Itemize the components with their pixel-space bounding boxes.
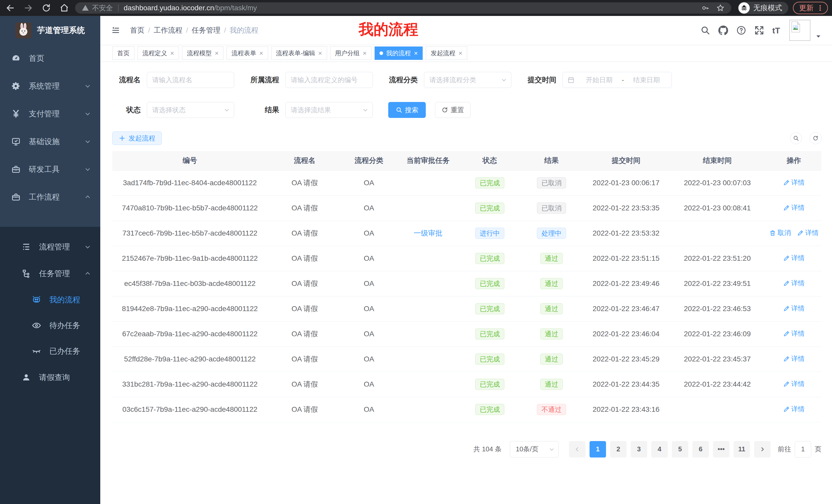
avatar[interactable] — [789, 20, 810, 41]
detail-label: 详情 — [791, 304, 805, 313]
breadcrumb-home[interactable]: 首页 — [130, 25, 145, 35]
detail-button[interactable]: 详情 — [783, 304, 805, 313]
tab-process-form[interactable]: 流程表单× — [227, 47, 268, 60]
reload-icon[interactable] — [42, 3, 51, 12]
process-name-input[interactable] — [147, 72, 234, 88]
detail-button[interactable]: 详情 — [783, 380, 805, 388]
caret-down-icon[interactable] — [815, 33, 822, 40]
page-size-select[interactable]: 10条/页 — [510, 441, 559, 457]
breadcrumb-task-mgmt[interactable]: 任务管理 — [192, 25, 220, 35]
sidebar-item-infrastructure[interactable]: 基础设施 — [0, 128, 100, 156]
goto-label: 前往 — [778, 445, 791, 454]
sidebar-item-leave-query[interactable]: 请假查询 — [0, 364, 100, 391]
select-placeholder: 请选择流程分类 — [430, 76, 501, 85]
page-button-4[interactable]: 4 — [651, 441, 668, 457]
col-result: 结果 — [519, 151, 583, 170]
detail-button[interactable]: 详情 — [783, 178, 805, 187]
password-key-icon[interactable] — [701, 4, 709, 12]
search-button[interactable]: 搜索 — [388, 102, 426, 118]
sidebar-item-devtools[interactable]: 研发工具 — [0, 156, 100, 183]
app-logo[interactable]: 芋道管理系统 — [0, 16, 100, 45]
detail-button[interactable]: 详情 — [783, 329, 805, 338]
close-icon[interactable]: × — [259, 50, 263, 57]
tab-my-process[interactable]: 我的流程× — [374, 47, 423, 60]
sidebar-item-system[interactable]: 系统管理 — [0, 72, 100, 100]
page-button-11[interactable]: 11 — [733, 441, 750, 457]
sidebar-item-my-process[interactable]: 我的流程 — [0, 287, 100, 313]
detail-button[interactable]: 详情 — [783, 404, 805, 414]
next-page-button[interactable] — [754, 441, 771, 457]
sidebar-item-task-mgmt[interactable]: 任务管理 — [0, 260, 100, 287]
sidebar-item-process-mgmt[interactable]: 流程管理 — [0, 233, 100, 260]
tab-user-group[interactable]: 用户分组× — [330, 47, 371, 60]
github-icon[interactable] — [718, 25, 728, 35]
sidebar-item-done-tasks[interactable]: 已办任务 — [0, 338, 100, 364]
collapse-sidebar-icon[interactable] — [110, 26, 121, 35]
cancel-button[interactable]: 取消 — [769, 228, 791, 237]
close-icon[interactable]: × — [318, 50, 322, 57]
page-button-6[interactable]: 6 — [693, 441, 709, 457]
close-icon[interactable]: × — [215, 50, 218, 57]
help-icon[interactable] — [736, 25, 746, 35]
bookmark-star-icon[interactable] — [716, 4, 725, 12]
status-select[interactable]: 请选择状态 — [147, 102, 234, 118]
home-icon[interactable] — [60, 3, 69, 12]
current-task-link[interactable]: 一级审批 — [414, 229, 442, 237]
page-button-1[interactable]: 1 — [590, 441, 606, 457]
chevron-down-icon — [84, 83, 91, 89]
tab-home[interactable]: 首页 — [112, 47, 134, 60]
status-badge: 已完成 — [475, 177, 504, 189]
close-icon[interactable]: × — [414, 50, 418, 57]
start-process-button[interactable]: 发起流程 — [112, 132, 162, 145]
update-button[interactable]: 更新 — [793, 2, 828, 14]
sidebar-item-todo-tasks[interactable]: 待办任务 — [0, 313, 100, 338]
tab-process-model[interactable]: 流程模型× — [182, 47, 224, 60]
sidebar-item-home[interactable]: 首页 — [0, 45, 100, 72]
detail-button[interactable]: 详情 — [783, 354, 805, 363]
goto-page-input[interactable] — [795, 441, 811, 457]
fullscreen-icon[interactable] — [754, 25, 764, 35]
detail-button[interactable]: 详情 — [797, 228, 818, 237]
address-bar[interactable]: 不安全 dashboard.yudao.iocoder.cn /bpm/task… — [75, 2, 731, 13]
forward-icon[interactable] — [24, 3, 33, 12]
result-select[interactable]: 请选择流结果 — [285, 102, 373, 118]
tab-start-process[interactable]: 发起流程× — [426, 47, 467, 60]
process-name: OA 请假 — [291, 229, 318, 237]
toggle-search-button[interactable] — [790, 132, 802, 144]
detail-button[interactable]: 详情 — [783, 279, 805, 288]
reset-button[interactable]: 重置 — [435, 102, 470, 118]
tab-label: 流程表单-编辑 — [276, 49, 315, 57]
process-category-select[interactable]: 请选择流程分类 — [424, 72, 511, 88]
end-date-placeholder[interactable]: 结束日期 — [626, 76, 667, 85]
refresh-table-button[interactable] — [810, 132, 822, 144]
browser-menu-dots-icon[interactable] — [816, 4, 824, 11]
close-icon[interactable]: × — [363, 50, 367, 57]
page-button-3[interactable]: 3 — [631, 441, 647, 457]
process-category: OA — [364, 279, 374, 287]
tab-process-form-edit[interactable]: 流程表单-编辑× — [271, 47, 327, 60]
font-size-icon[interactable]: tT — [772, 26, 780, 35]
security-warning[interactable]: 不安全 — [92, 3, 113, 12]
search-icon[interactable] — [700, 25, 710, 35]
detail-label: 详情 — [805, 228, 818, 237]
page-content: 流程名 所属流程 流程分类 请选择流程分类 提交时间 开始日期 - 结束日期 状… — [100, 72, 832, 457]
close-icon[interactable]: × — [459, 50, 462, 57]
process-definition-input[interactable] — [285, 72, 373, 88]
page-button-2[interactable]: 2 — [610, 441, 627, 457]
tab-process-definition[interactable]: 流程定义× — [137, 47, 179, 60]
submit-time-range-picker[interactable]: 开始日期 - 结束日期 — [563, 72, 672, 88]
start-date-placeholder[interactable]: 开始日期 — [579, 76, 620, 85]
sidebar-item-workflow[interactable]: 工作流程 — [0, 183, 100, 211]
submit-time: 2022-01-22 23:45:29 — [593, 355, 659, 363]
sidebar-item-payment[interactable]: 支付管理 — [0, 100, 100, 128]
breadcrumb-workflow[interactable]: 工作流程 — [154, 25, 183, 35]
more-pages-button[interactable]: ••• — [713, 441, 729, 457]
back-icon[interactable] — [6, 3, 15, 12]
close-icon[interactable]: × — [170, 50, 174, 57]
detail-button[interactable]: 详情 — [783, 254, 805, 262]
chevron-up-icon — [84, 194, 91, 200]
page-button-5[interactable]: 5 — [672, 441, 688, 457]
prev-page-button[interactable] — [569, 441, 586, 457]
detail-button[interactable]: 详情 — [783, 203, 805, 212]
edit-icon — [783, 381, 790, 387]
